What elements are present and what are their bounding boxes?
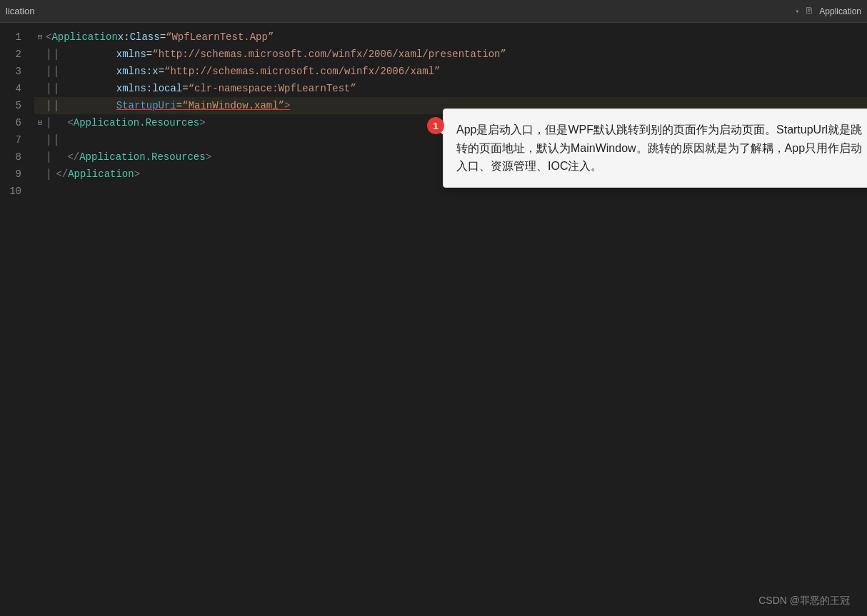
top-bar-right: ▾ 🖹 Application <box>795 6 861 16</box>
code-line-2: │ │ xmlns=“http://schemas.microsoft.com/… <box>34 46 867 63</box>
step-badge: 1 <box>427 117 444 134</box>
top-bar: lication ▾ 🖹 Application <box>0 0 867 23</box>
code-line-1: ⊟ <Application x:Class=“WpfLearnTest.App… <box>34 29 867 46</box>
code-content: ⊟ <Application x:Class=“WpfLearnTest.App… <box>29 23 867 616</box>
line-num-6: 6 <box>0 114 29 131</box>
tooltip-text: App是启动入口，但是WPF默认跳转到别的页面作为启动页面。StartupUrl… <box>456 123 862 172</box>
bracket: < <box>46 29 51 46</box>
line-numbers: 1 2 3 4 5 6 7 8 9 10 <box>0 23 29 616</box>
fold-icon-1[interactable]: ⊟ <box>34 31 46 43</box>
dropdown-label[interactable]: Application <box>819 6 861 16</box>
tooltip-bubble: App是启动入口，但是WPF默认跳转到别的页面作为启动页面。StartupUrl… <box>443 108 867 188</box>
top-bar-title: lication <box>6 6 34 16</box>
line-num-10: 10 <box>0 183 29 200</box>
line-num-8: 8 <box>0 148 29 166</box>
watermark: CSDN @罪恶的王冠 <box>758 595 850 607</box>
line-num-9: 9 <box>0 166 29 183</box>
line-num-4: 4 <box>0 80 29 97</box>
file-icon: 🖹 <box>805 6 813 16</box>
dropdown-icon: ▾ <box>795 7 799 16</box>
code-line-4: │ │ xmlns:local=“clr-namespace:WpfLearnT… <box>34 80 867 97</box>
editor-area: 1 2 3 4 5 6 7 8 9 10 ⊟ <Application x:Cl… <box>0 23 867 616</box>
line-num-5: 5 <box>0 97 29 114</box>
code-line-3: │ │ xmlns:x=“http://schemas.microsoft.co… <box>34 63 867 80</box>
line-num-7: 7 <box>0 131 29 148</box>
line-num-3: 3 <box>0 63 29 80</box>
line-num-2: 2 <box>0 46 29 63</box>
fold-icon-6[interactable]: ⊟ <box>34 117 46 128</box>
line-num-1: 1 <box>0 29 29 46</box>
